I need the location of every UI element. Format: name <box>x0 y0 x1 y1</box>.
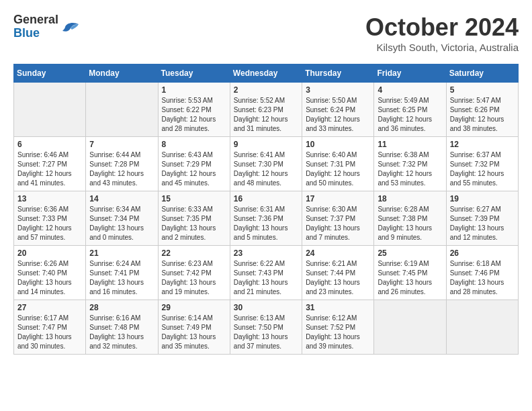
day-info: Sunrise: 6:22 AM Sunset: 7:43 PM Dayligh… <box>234 259 298 297</box>
calendar-cell: 15Sunrise: 6:33 AM Sunset: 7:35 PM Dayli… <box>158 191 230 246</box>
calendar-cell: 22Sunrise: 6:23 AM Sunset: 7:42 PM Dayli… <box>158 246 230 300</box>
day-info: Sunrise: 6:43 AM Sunset: 7:29 PM Dayligh… <box>162 150 226 188</box>
weekday-header-saturday: Saturday <box>446 64 518 83</box>
calendar-table: SundayMondayTuesdayWednesdayThursdayFrid… <box>13 64 519 355</box>
day-info: Sunrise: 6:17 AM Sunset: 7:47 PM Dayligh… <box>17 314 82 351</box>
weekday-header-sunday: Sunday <box>14 64 86 83</box>
day-info: Sunrise: 6:34 AM Sunset: 7:34 PM Dayligh… <box>89 205 154 242</box>
weekday-header-monday: Monday <box>86 64 158 83</box>
day-number: 2 <box>234 85 298 95</box>
calendar-cell: 2Sunrise: 5:52 AM Sunset: 6:23 PM Daylig… <box>230 83 302 137</box>
calendar-cell <box>86 83 158 137</box>
weekday-header-wednesday: Wednesday <box>230 64 302 83</box>
calendar-cell: 5Sunrise: 5:47 AM Sunset: 6:26 PM Daylig… <box>446 83 518 137</box>
day-number: 15 <box>162 194 226 203</box>
day-number: 12 <box>450 140 515 149</box>
day-info: Sunrise: 6:28 AM Sunset: 7:38 PM Dayligh… <box>378 205 442 242</box>
day-number: 21 <box>89 248 154 258</box>
logo-text: General Blue <box>13 13 58 40</box>
location-subtitle: Kilsyth South, Victoria, Australia <box>365 42 519 53</box>
day-info: Sunrise: 5:50 AM Sunset: 6:24 PM Dayligh… <box>306 96 370 134</box>
calendar-cell: 16Sunrise: 6:31 AM Sunset: 7:36 PM Dayli… <box>230 191 302 246</box>
weekday-header-thursday: Thursday <box>302 64 374 83</box>
calendar-cell: 9Sunrise: 6:41 AM Sunset: 7:30 PM Daylig… <box>230 137 302 191</box>
day-info: Sunrise: 5:49 AM Sunset: 6:25 PM Dayligh… <box>378 96 442 134</box>
day-info: Sunrise: 6:21 AM Sunset: 7:44 PM Dayligh… <box>306 259 370 297</box>
day-number: 22 <box>162 248 226 258</box>
calendar-cell: 31Sunrise: 6:12 AM Sunset: 7:52 PM Dayli… <box>302 300 374 355</box>
day-number: 30 <box>234 303 298 312</box>
day-number: 3 <box>306 85 370 95</box>
day-info: Sunrise: 6:24 AM Sunset: 7:41 PM Dayligh… <box>89 259 154 297</box>
calendar-cell: 17Sunrise: 6:30 AM Sunset: 7:37 PM Dayli… <box>302 191 374 246</box>
day-info: Sunrise: 6:18 AM Sunset: 7:46 PM Dayligh… <box>450 259 515 297</box>
day-info: Sunrise: 6:38 AM Sunset: 7:32 PM Dayligh… <box>378 150 442 188</box>
day-info: Sunrise: 6:12 AM Sunset: 7:52 PM Dayligh… <box>306 314 370 351</box>
day-number: 24 <box>306 248 370 258</box>
calendar-cell: 30Sunrise: 6:13 AM Sunset: 7:50 PM Dayli… <box>230 300 302 355</box>
day-number: 6 <box>17 140 82 149</box>
weekday-header-friday: Friday <box>374 64 446 83</box>
day-number: 23 <box>234 248 298 258</box>
day-info: Sunrise: 6:31 AM Sunset: 7:36 PM Dayligh… <box>234 205 298 242</box>
calendar-cell: 19Sunrise: 6:27 AM Sunset: 7:39 PM Dayli… <box>446 191 518 246</box>
calendar-cell: 7Sunrise: 6:44 AM Sunset: 7:28 PM Daylig… <box>86 137 158 191</box>
day-info: Sunrise: 6:26 AM Sunset: 7:40 PM Dayligh… <box>17 259 82 297</box>
calendar-week-row: 27Sunrise: 6:17 AM Sunset: 7:47 PM Dayli… <box>14 300 519 355</box>
day-number: 29 <box>162 303 226 312</box>
calendar-cell: 12Sunrise: 6:37 AM Sunset: 7:32 PM Dayli… <box>446 137 518 191</box>
day-number: 9 <box>234 140 298 149</box>
day-number: 19 <box>450 194 515 203</box>
day-info: Sunrise: 6:36 AM Sunset: 7:33 PM Dayligh… <box>17 205 82 242</box>
logo-bird-icon <box>60 17 80 36</box>
day-number: 28 <box>89 303 154 312</box>
calendar-cell: 29Sunrise: 6:14 AM Sunset: 7:49 PM Dayli… <box>158 300 230 355</box>
calendar-cell: 27Sunrise: 6:17 AM Sunset: 7:47 PM Dayli… <box>14 300 86 355</box>
calendar-week-row: 13Sunrise: 6:36 AM Sunset: 7:33 PM Dayli… <box>14 191 519 246</box>
calendar-cell: 24Sunrise: 6:21 AM Sunset: 7:44 PM Dayli… <box>302 246 374 300</box>
calendar-cell: 26Sunrise: 6:18 AM Sunset: 7:46 PM Dayli… <box>446 246 518 300</box>
day-info: Sunrise: 6:37 AM Sunset: 7:32 PM Dayligh… <box>450 150 515 188</box>
calendar-cell: 20Sunrise: 6:26 AM Sunset: 7:40 PM Dayli… <box>14 246 86 300</box>
weekday-header-row: SundayMondayTuesdayWednesdayThursdayFrid… <box>14 64 519 83</box>
day-number: 10 <box>306 140 370 149</box>
calendar-cell <box>14 83 86 137</box>
day-info: Sunrise: 5:52 AM Sunset: 6:23 PM Dayligh… <box>234 96 298 134</box>
calendar-cell: 28Sunrise: 6:16 AM Sunset: 7:48 PM Dayli… <box>86 300 158 355</box>
calendar-cell: 18Sunrise: 6:28 AM Sunset: 7:38 PM Dayli… <box>374 191 446 246</box>
day-number: 17 <box>306 194 370 203</box>
weekday-header-tuesday: Tuesday <box>158 64 230 83</box>
day-info: Sunrise: 6:19 AM Sunset: 7:45 PM Dayligh… <box>378 259 442 297</box>
logo-blue: Blue <box>13 27 58 40</box>
calendar-cell: 21Sunrise: 6:24 AM Sunset: 7:41 PM Dayli… <box>86 246 158 300</box>
day-info: Sunrise: 5:53 AM Sunset: 6:22 PM Dayligh… <box>162 96 226 134</box>
calendar-cell: 4Sunrise: 5:49 AM Sunset: 6:25 PM Daylig… <box>374 83 446 137</box>
calendar-cell: 23Sunrise: 6:22 AM Sunset: 7:43 PM Dayli… <box>230 246 302 300</box>
day-number: 7 <box>89 140 154 149</box>
day-info: Sunrise: 6:41 AM Sunset: 7:30 PM Dayligh… <box>234 150 298 188</box>
calendar-cell: 11Sunrise: 6:38 AM Sunset: 7:32 PM Dayli… <box>374 137 446 191</box>
day-info: Sunrise: 6:23 AM Sunset: 7:42 PM Dayligh… <box>162 259 226 297</box>
calendar-cell: 1Sunrise: 5:53 AM Sunset: 6:22 PM Daylig… <box>158 83 230 137</box>
calendar-week-row: 1Sunrise: 5:53 AM Sunset: 6:22 PM Daylig… <box>14 83 519 137</box>
calendar-cell: 3Sunrise: 5:50 AM Sunset: 6:24 PM Daylig… <box>302 83 374 137</box>
calendar-week-row: 20Sunrise: 6:26 AM Sunset: 7:40 PM Dayli… <box>14 246 519 300</box>
day-number: 5 <box>450 85 515 95</box>
day-info: Sunrise: 6:33 AM Sunset: 7:35 PM Dayligh… <box>162 205 226 242</box>
month-title: October 2024 <box>365 13 519 42</box>
day-info: Sunrise: 6:44 AM Sunset: 7:28 PM Dayligh… <box>89 150 154 188</box>
calendar-week-row: 6Sunrise: 6:46 AM Sunset: 7:27 PM Daylig… <box>14 137 519 191</box>
day-number: 18 <box>378 194 442 203</box>
day-number: 25 <box>378 248 442 258</box>
day-number: 1 <box>162 85 226 95</box>
calendar-cell: 14Sunrise: 6:34 AM Sunset: 7:34 PM Dayli… <box>86 191 158 246</box>
day-number: 8 <box>162 140 226 149</box>
day-info: Sunrise: 6:30 AM Sunset: 7:37 PM Dayligh… <box>306 205 370 242</box>
calendar-cell <box>446 300 518 355</box>
day-number: 4 <box>378 85 442 95</box>
day-number: 13 <box>17 194 82 203</box>
day-info: Sunrise: 6:16 AM Sunset: 7:48 PM Dayligh… <box>89 314 154 351</box>
day-info: Sunrise: 6:14 AM Sunset: 7:49 PM Dayligh… <box>162 314 226 351</box>
calendar-cell: 6Sunrise: 6:46 AM Sunset: 7:27 PM Daylig… <box>14 137 86 191</box>
logo-general: General <box>13 13 58 27</box>
